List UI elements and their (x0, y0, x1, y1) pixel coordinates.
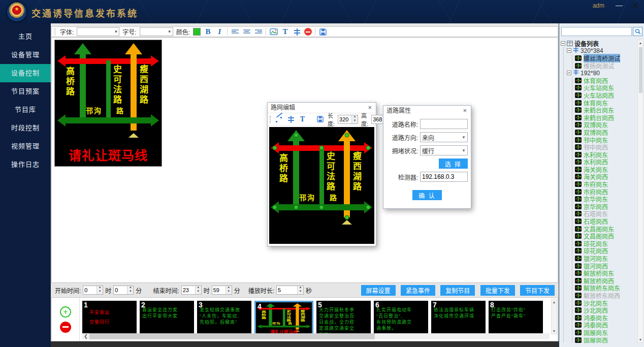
device-item[interactable]: 琼花岗西 (575, 247, 637, 255)
align-center-button[interactable] (242, 27, 251, 36)
device-item[interactable]: 水利岗西 (575, 159, 637, 166)
device-item[interactable]: 文昌阁岗东 (575, 225, 637, 233)
bold-button[interactable]: B (204, 27, 212, 36)
playlist-thumbnail[interactable]: 4 高桥路 史可法路 瘦西湖路 邗沟 路 请 (254, 301, 313, 335)
length-stepper[interactable]: ▲▼ (338, 115, 358, 124)
device-item[interactable]: 市府岗东 (575, 180, 637, 188)
device-item[interactable]: 火车站岗东 (575, 84, 637, 92)
sidebar-item[interactable]: 设备控制 (0, 64, 51, 82)
end-minute-input[interactable] (212, 286, 226, 294)
insert-junction-button[interactable] (286, 115, 295, 123)
node-handle[interactable] (319, 146, 324, 150)
tree-root-row[interactable]: 设备列表 (561, 40, 637, 47)
scroll-up-icon[interactable]: ▲ (553, 300, 556, 304)
horizontal-scrollbar[interactable]: ❮ (82, 333, 550, 339)
length-input[interactable] (338, 115, 351, 123)
collapse-icon[interactable] (567, 48, 571, 53)
node-handle[interactable] (345, 215, 349, 220)
sidebar-item[interactable]: 设备管理 (0, 46, 51, 64)
step-down-icon[interactable]: ▼ (196, 290, 201, 294)
add-program-button[interactable]: + (60, 306, 71, 318)
detector-input[interactable] (420, 172, 468, 182)
device-item[interactable]: 双博岗西 (575, 129, 637, 136)
insert-text-button[interactable]: T (281, 27, 289, 36)
device-search-input[interactable] (561, 27, 632, 36)
scrollbar-track[interactable] (89, 333, 550, 339)
road-editor-canvas[interactable]: 高桥路 史可法路 瘦西湖路 邗沟 路 (269, 127, 374, 244)
scroll-down-icon[interactable]: ▼ (553, 329, 556, 333)
playlist-thumbnail[interactable]: 6 扎实开展电动车 “百日整治”, 有效预防道路交 通事故。 高桥路 史可法路 … (374, 301, 428, 334)
node-handle[interactable] (366, 205, 371, 210)
device-item[interactable]: 琼花岗东 (575, 240, 637, 247)
device-item[interactable]: 市府岗西 (575, 188, 637, 196)
sidebar-item[interactable]: 操作日志 (0, 155, 51, 174)
device-item[interactable]: 鸿泰岗西 (575, 322, 637, 329)
select-button[interactable]: 选 择 (439, 159, 468, 169)
start-minute-stepper[interactable]: ▲▼ (113, 286, 134, 295)
action-button[interactable]: 紧急事件 (401, 285, 435, 296)
remove-program-button[interactable] (60, 322, 71, 333)
action-button[interactable]: 屏幕设置 (361, 285, 396, 296)
node-handle[interactable] (345, 133, 349, 138)
step-down-icon[interactable]: ▼ (352, 119, 358, 123)
device-item[interactable]: 京华岗东 (575, 195, 637, 203)
node-handle[interactable] (273, 205, 277, 210)
device-item[interactable]: 解放桥岗西 (575, 277, 637, 285)
align-right-button[interactable] (254, 27, 263, 36)
congestion-select[interactable]: 缓行 ▼ (420, 145, 468, 155)
action-button[interactable]: 复制节目 (440, 285, 475, 296)
device-item[interactable]: 文昌阁岗西 (575, 232, 637, 240)
device-item[interactable]: 解放桥东岗东 (575, 285, 637, 292)
vertical-scrollbar[interactable]: ▲ ▼ (551, 299, 557, 334)
node-handle[interactable] (319, 205, 324, 210)
display-preview[interactable]: 高桥路 史可法路 瘦西湖路 邗沟 路 请礼让斑马线 (54, 40, 162, 167)
font-select[interactable]: ▼ (77, 27, 119, 36)
road-name-input[interactable] (420, 119, 468, 129)
device-item[interactable]: 国展岗西 (575, 336, 637, 343)
sidebar-item[interactable]: 节目预案 (0, 82, 51, 101)
scroll-down-icon[interactable]: ▼ (639, 338, 642, 341)
step-down-icon[interactable]: ▼ (226, 290, 232, 294)
action-button[interactable]: 节目下发 (520, 285, 555, 296)
stepper-arrows[interactable]: ▲▼ (226, 286, 232, 294)
device-item[interactable]: 维扬岗测试 (575, 62, 637, 70)
scroll-up-icon[interactable]: ▲ (639, 41, 642, 45)
stepper-arrows[interactable]: ▲▼ (351, 115, 358, 123)
duration-stepper[interactable]: ▲▼ (276, 286, 304, 295)
draw-road-button[interactable] (275, 115, 283, 123)
playlist-thumbnail[interactable]: 2 春运安全连万家 出行平安带大家 高桥路 史可法路 瘦西湖路 邗沟 路 (140, 301, 194, 334)
device-search-button[interactable] (633, 27, 642, 36)
playlist-thumbnail[interactable]: 3 发生轻微交通事故 “人未伤，车能动, 先拍照，后撤离” 高桥路 史可法路 瘦… (197, 301, 251, 334)
start-hour-stepper[interactable]: ▲▼ (83, 286, 103, 295)
minimize-button[interactable]: — (616, 1, 623, 9)
playlist-thumbnail[interactable]: 5 大力开展秋冬季 交通安全整治百 日会战，全力稳 定道路交通安全 形势！ 高桥… (316, 301, 371, 334)
device-item[interactable]: 来鹤台岗东 (575, 106, 637, 114)
collapse-icon[interactable] (561, 41, 565, 46)
collapse-icon[interactable] (567, 71, 571, 75)
step-down-icon[interactable]: ▼ (127, 290, 133, 294)
device-item[interactable]: 鸿泰岗东 (575, 314, 637, 322)
device-item[interactable]: 国展岗东 (575, 329, 637, 336)
sidebar-item[interactable]: 时段控制 (0, 119, 51, 137)
device-item[interactable]: 海关岗东 (575, 166, 637, 173)
device-item[interactable]: 双博岗东 (575, 121, 637, 129)
node-handle[interactable] (294, 205, 299, 210)
end-minute-stepper[interactable]: ▲▼ (212, 286, 232, 295)
tree-group-row[interactable]: 320*384 (567, 47, 637, 55)
playlist-thumbnail[interactable]: 8 打击改装“炸街” 严查严处“飙车” 高桥路 史可法路 瘦西湖路 邗沟 (489, 301, 543, 334)
device-item[interactable]: 沙北岗西 (575, 306, 637, 314)
stepper-arrows[interactable]: ▲▼ (127, 286, 133, 294)
sidebar-item[interactable]: 节目库 (0, 101, 51, 119)
device-item[interactable]: 火车站岗西 (575, 91, 637, 99)
scroll-left-icon[interactable]: ❮ (82, 334, 89, 339)
node-handle[interactable] (294, 133, 299, 138)
device-item[interactable]: 邗中岗东 (575, 136, 637, 144)
italic-button[interactable]: I (215, 27, 224, 36)
sidebar-item[interactable]: 主页 (0, 27, 51, 46)
action-button[interactable]: 批量下发 (480, 285, 515, 296)
close-button[interactable]: ✕ (632, 1, 639, 11)
confirm-button[interactable]: 确 认 (412, 190, 441, 200)
device-item[interactable]: 沙北岗东 (575, 299, 637, 307)
device-item[interactable]: 解放桥岗东 (575, 269, 637, 277)
close-icon[interactable]: × (462, 106, 468, 116)
